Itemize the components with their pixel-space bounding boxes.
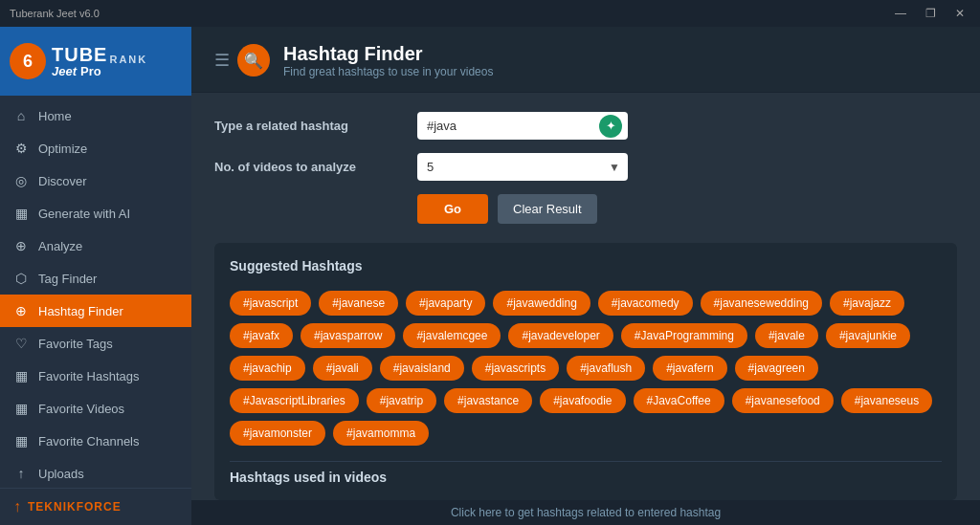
logo-icon: 6 bbox=[10, 43, 46, 79]
tag-pill[interactable]: #javascript bbox=[230, 291, 311, 316]
status-bar[interactable]: Click here to get hashtags related to en… bbox=[191, 500, 980, 525]
header-icon-group: ☰ 🔍 bbox=[214, 44, 270, 77]
status-text: Click here to get hashtags related to en… bbox=[451, 506, 721, 519]
hashtag-label: Type a related hashtag bbox=[214, 119, 406, 133]
sidebar-item-hashtag-finder[interactable]: ⊕ Hashtag Finder bbox=[0, 295, 191, 327]
sidebar-item-favorite-videos[interactable]: ▦ Favorite Videos bbox=[0, 392, 191, 425]
nav-label-3: Generate with AI bbox=[38, 207, 130, 221]
tag-pill[interactable]: #javagreen bbox=[735, 356, 818, 381]
sidebar-item-discover[interactable]: ◎ Discover bbox=[0, 164, 191, 197]
tag-pill[interactable]: #javachip bbox=[230, 356, 305, 381]
hashtag-input-wrapper: ✦ bbox=[417, 112, 628, 140]
tag-pill[interactable]: #javascripts bbox=[472, 356, 559, 381]
videos-select[interactable]: 5 10 15 20 25 bbox=[417, 153, 628, 181]
tag-pill[interactable]: #javafoodie bbox=[540, 388, 625, 413]
footer-brand: TEKNIKFORCE bbox=[28, 500, 122, 514]
teknikforce-icon: ↑ bbox=[13, 498, 22, 515]
nav-icon-9: ▦ bbox=[13, 401, 29, 416]
tag-pill[interactable]: #javanesewedding bbox=[701, 291, 822, 316]
tag-pill[interactable]: #javamonster bbox=[230, 421, 325, 446]
nav-label-9: Favorite Videos bbox=[38, 402, 124, 416]
button-row: Go Clear Result bbox=[214, 194, 957, 224]
tag-pill[interactable]: #javawedding bbox=[493, 291, 590, 316]
hamburger-icon: ☰ bbox=[214, 50, 230, 71]
nav-label-1: Optimize bbox=[38, 142, 87, 156]
sidebar-item-favorite-channels[interactable]: ▦ Favorite Channels bbox=[0, 425, 191, 457]
nav-icon-3: ▦ bbox=[13, 206, 29, 221]
main-content: ☰ 🔍 Hashtag Finder Find great hashtags t… bbox=[191, 27, 980, 525]
tag-pill[interactable]: #javaparty bbox=[406, 291, 485, 316]
sidebar-item-tag-finder[interactable]: ⬡ Tag Finder bbox=[0, 262, 191, 295]
tag-pill[interactable]: #JavaCoffee bbox=[634, 388, 724, 413]
nav-label-0: Home bbox=[38, 109, 72, 123]
tag-pill[interactable]: #javalemcgee bbox=[403, 323, 501, 348]
logo-jeet: Jeet bbox=[52, 65, 77, 78]
nav-icon-6: ⊕ bbox=[13, 303, 29, 318]
tag-pill[interactable]: #JavaProgramming bbox=[621, 323, 747, 348]
sidebar-nav: ⌂ Home ⚙ Optimize ◎ Discover ▦ Generate … bbox=[0, 96, 191, 488]
minimize-button[interactable]: — bbox=[889, 5, 912, 22]
content-area: Type a related hashtag ✦ No. of videos t… bbox=[191, 93, 980, 500]
nav-label-10: Favorite Channels bbox=[38, 434, 140, 448]
sidebar-item-analyze[interactable]: ⊕ Analyze bbox=[0, 230, 191, 262]
sidebar-logo: 6 TUBE RANK Jeet Pro bbox=[0, 27, 191, 96]
logo-text: TUBE RANK Jeet Pro bbox=[52, 44, 147, 78]
tag-pill[interactable]: #javafern bbox=[653, 356, 726, 381]
tag-pill[interactable]: #javacomedy bbox=[598, 291, 693, 316]
page-header: ☰ 🔍 Hashtag Finder Find great hashtags t… bbox=[191, 27, 980, 93]
tag-pill[interactable]: #javanesefood bbox=[732, 388, 834, 413]
sidebar-item-optimize[interactable]: ⚙ Optimize bbox=[0, 132, 191, 164]
tag-pill[interactable]: #javaisland bbox=[380, 356, 464, 381]
hashtag-form-row: Type a related hashtag ✦ bbox=[214, 112, 957, 140]
tag-pill[interactable]: #javasparrow bbox=[301, 323, 395, 348]
sidebar-item-home[interactable]: ⌂ Home bbox=[0, 99, 191, 132]
nav-icon-5: ⬡ bbox=[13, 271, 29, 286]
nav-label-5: Tag Finder bbox=[38, 272, 97, 286]
nav-icon-2: ◎ bbox=[13, 173, 29, 188]
tag-pill[interactable]: #javamomma bbox=[333, 421, 429, 446]
tag-pill[interactable]: #javaflush bbox=[567, 356, 645, 381]
tag-pill[interactable]: #javanese bbox=[319, 291, 398, 316]
page-title-block: Hashtag Finder Find great hashtags to us… bbox=[283, 42, 493, 78]
nav-icon-1: ⚙ bbox=[13, 141, 29, 156]
nav-icon-8: ▦ bbox=[13, 368, 29, 383]
hashtags-section: Suggested Hashtags #javascript#javanese#… bbox=[214, 243, 957, 500]
title-bar: Tuberank Jeet v6.0 — ❐ ✕ bbox=[0, 0, 980, 27]
sidebar-item-favorite-hashtags[interactable]: ▦ Favorite Hashtags bbox=[0, 360, 191, 392]
logo-tube: TUBE bbox=[52, 44, 107, 65]
sidebar-item-generate-with-ai[interactable]: ▦ Generate with AI bbox=[0, 197, 191, 230]
go-button[interactable]: Go bbox=[417, 194, 488, 224]
tag-pill[interactable]: #javastance bbox=[444, 388, 532, 413]
ai-button[interactable]: ✦ bbox=[599, 115, 622, 138]
search-circle-icon: 🔍 bbox=[237, 44, 270, 77]
logo-rank: RANK bbox=[109, 54, 147, 65]
hashtag-input[interactable] bbox=[417, 112, 628, 140]
tag-pill[interactable]: #javatrip bbox=[367, 388, 436, 413]
used-section-title: Hashtags used in videos bbox=[230, 461, 942, 485]
tag-pill[interactable]: #javajazz bbox=[830, 291, 904, 316]
logo-pro: Pro bbox=[80, 65, 101, 78]
nav-icon-0: ⌂ bbox=[13, 108, 29, 123]
tag-pill[interactable]: #javadeveloper bbox=[508, 323, 612, 348]
close-button[interactable]: ✕ bbox=[949, 5, 970, 22]
tag-pill[interactable]: #javale bbox=[755, 323, 818, 348]
tag-pill[interactable]: #javali bbox=[313, 356, 372, 381]
page-subtitle: Find great hashtags to use in your video… bbox=[283, 65, 493, 78]
sidebar-item-uploads[interactable]: ↑ Uploads bbox=[0, 457, 191, 488]
restore-button[interactable]: ❐ bbox=[920, 5, 942, 22]
title-bar-text: Tuberank Jeet v6.0 bbox=[10, 8, 100, 19]
videos-form-row: No. of videos to analyze 5 10 15 20 25 ▼ bbox=[214, 153, 957, 181]
nav-label-7: Favorite Tags bbox=[38, 337, 113, 351]
tag-pill[interactable]: #javaneseus bbox=[841, 388, 932, 413]
suggested-title: Suggested Hashtags bbox=[230, 258, 942, 277]
sidebar-item-favorite-tags[interactable]: ♡ Favorite Tags bbox=[0, 327, 191, 360]
tag-pill[interactable]: #javafx bbox=[230, 323, 293, 348]
sidebar-footer: ↑ TEKNIKFORCE bbox=[0, 488, 191, 525]
sidebar: 6 TUBE RANK Jeet Pro ⌂ Home ⚙ Optimize ◎ bbox=[0, 27, 191, 525]
nav-label-6: Hashtag Finder bbox=[38, 304, 123, 318]
videos-label: No. of videos to analyze bbox=[214, 160, 406, 174]
tag-pill[interactable]: #javajunkie bbox=[826, 323, 910, 348]
tag-pill[interactable]: #JavascriptLibraries bbox=[230, 388, 359, 413]
clear-button[interactable]: Clear Result bbox=[498, 194, 597, 224]
nav-label-11: Uploads bbox=[38, 467, 84, 481]
